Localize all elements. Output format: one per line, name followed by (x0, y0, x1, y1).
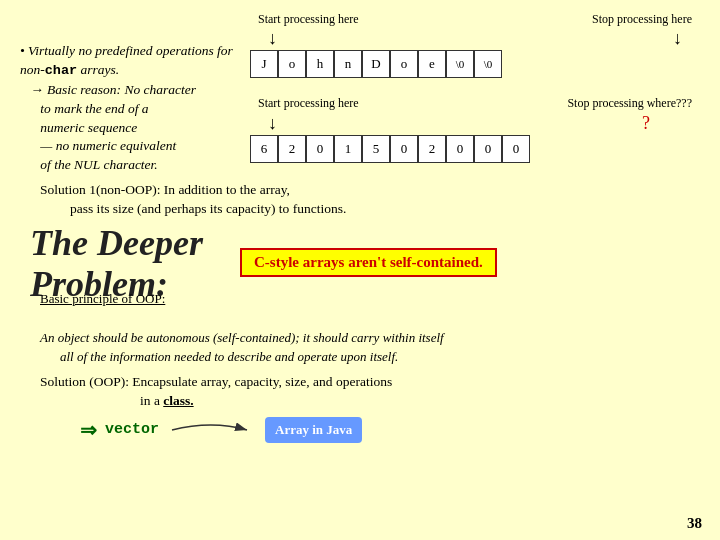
class-label: class. (163, 393, 193, 408)
num-cell-7: 0 (446, 135, 474, 163)
char-stop-label: Stop processing here (592, 12, 692, 26)
char-cell-8: \0 (474, 50, 502, 78)
char-cell-3: n (334, 50, 362, 78)
char-cell-7: \0 (446, 50, 474, 78)
numeric-array-cells: 6 2 0 1 5 0 2 0 0 0 (250, 135, 700, 163)
char-array-cells: J o h n D o e \0 \0 (250, 50, 700, 78)
num-cell-5: 0 (390, 135, 418, 163)
highlight-box: C-style arrays aren't self-contained. (240, 248, 497, 277)
left-bullet: • Virtually no predefined operations for… (20, 12, 240, 175)
connector-arrow-svg (167, 415, 257, 445)
char-cell-5: o (390, 50, 418, 78)
char-cell-6: e (418, 50, 446, 78)
reason-line5: of the NUL character. (40, 157, 158, 172)
reason-line3: numeric sequence (40, 120, 137, 135)
bottom-row: ⇒ vector Array in Java (80, 415, 700, 445)
char-cell-2: h (306, 50, 334, 78)
slide: • Virtually no predefined operations for… (0, 0, 720, 540)
arrow-right-icon: ⇒ (80, 418, 97, 442)
num-cell-8: 0 (474, 135, 502, 163)
oop-text: An object should be autonomous (self-con… (40, 330, 444, 345)
char-cell-0: J (250, 50, 278, 78)
page-number: 38 (687, 515, 702, 532)
num-cell-4: 5 (362, 135, 390, 163)
char-cell-4: D (362, 50, 390, 78)
char-start-arrow: ↓ (268, 28, 277, 49)
numeric-array-section: Start processing here Stop processing wh… (250, 96, 700, 162)
char-stop-arrow: ↓ (673, 28, 682, 49)
num-cell-6: 2 (418, 135, 446, 163)
char-array-section: Start processing here Stop processing he… (250, 12, 700, 78)
num-start-label: Start processing here (258, 96, 359, 110)
oop-text2: all of the information needed to describ… (60, 349, 398, 364)
reason-line2: to mark the end of a (40, 101, 148, 116)
arrow-reason: → Basic reason: No character (30, 82, 196, 97)
num-cell-0: 6 (250, 135, 278, 163)
solution-oop: Solution (OOP): Encapsulate array, capac… (40, 373, 700, 411)
vector-label: vector (105, 421, 159, 438)
num-stop-label: Stop processing where??? (567, 96, 692, 110)
oop-principle-label: Basic principle of OOP: (40, 291, 165, 306)
char-cell-1: o (278, 50, 306, 78)
num-cell-1: 2 (278, 135, 306, 163)
num-stop-arrow: ? (642, 113, 650, 134)
num-start-arrow: ↓ (268, 113, 277, 134)
reason-line4: — no numeric equivalent (40, 138, 176, 153)
array-java-box: Array in Java (265, 417, 362, 443)
right-arrays: Start processing here Stop processing he… (250, 12, 700, 175)
bullet-char-code: char (45, 63, 77, 78)
solution1-text: Solution 1(non-OOP): In addition to the … (40, 181, 700, 219)
num-cell-3: 1 (334, 135, 362, 163)
char-start-label: Start processing here (258, 12, 359, 26)
oop-section: Basic principle of OOP: An object should… (40, 289, 700, 367)
num-cell-2: 0 (306, 135, 334, 163)
bullet-text: • (20, 43, 25, 58)
bullet-rest: arrays. (77, 62, 119, 77)
num-cell-9: 0 (502, 135, 530, 163)
